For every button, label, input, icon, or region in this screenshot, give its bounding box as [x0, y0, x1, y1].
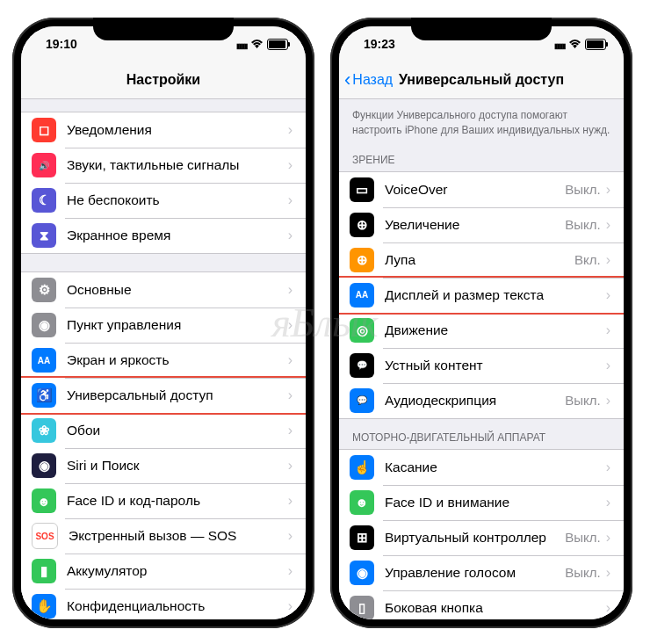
- settings-row[interactable]: ◉Управление голосомВыкл.›: [339, 555, 624, 590]
- row-icon: ☻: [32, 488, 56, 513]
- chevron-right-icon: ›: [288, 282, 292, 298]
- chevron-right-icon: ›: [288, 122, 292, 138]
- settings-row[interactable]: 🔊Звуки, тактильные сигналы›: [21, 148, 306, 183]
- row-icon: 💬: [350, 388, 374, 413]
- row-label: Экранное время: [67, 228, 288, 243]
- status-time: 19:10: [46, 37, 77, 51]
- settings-row[interactable]: ⊕ЛупаВкл.›: [339, 242, 624, 278]
- chevron-right-icon: ›: [288, 157, 292, 173]
- row-value: Выкл.: [565, 530, 600, 545]
- row-label: Управление голосом: [385, 565, 565, 581]
- row-icon: ⊞: [350, 525, 374, 550]
- battery-icon: [585, 39, 606, 50]
- settings-row[interactable]: ▮Аккумулятор›: [21, 554, 306, 589]
- row-icon: ❀: [32, 418, 56, 443]
- settings-row[interactable]: ⧗Экранное время›: [21, 218, 306, 253]
- back-label: Назад: [352, 72, 393, 88]
- settings-list[interactable]: ◻Уведомления›🔊Звуки, тактильные сигналы›…: [21, 99, 306, 619]
- settings-row[interactable]: ☻Face ID и код-пароль›: [21, 483, 306, 518]
- screen-left: 19:10 Настройки ◻Уведомления›🔊Звуки, так…: [21, 26, 306, 619]
- accessibility-list[interactable]: Функции Универсального доступа помогают …: [339, 99, 624, 619]
- row-icon: ✋: [32, 594, 56, 619]
- row-icon: ⊕: [350, 213, 374, 237]
- row-icon: ☻: [350, 490, 374, 515]
- row-icon: ⚙: [32, 278, 56, 302]
- settings-group: ☝Касание›☻Face ID и внимание›⊞Виртуальны…: [339, 449, 624, 619]
- settings-row[interactable]: ❀Обои›: [21, 413, 306, 448]
- settings-row[interactable]: ⚙Основные›: [21, 272, 306, 308]
- settings-row[interactable]: 💬АудиодескрипцияВыкл.›: [339, 383, 624, 418]
- row-icon: ☝: [350, 455, 374, 480]
- back-button[interactable]: ‹ Назад: [344, 69, 393, 91]
- row-icon: ☾: [32, 188, 56, 213]
- row-label: Виртуальный контроллер: [385, 530, 565, 546]
- row-label: Аккумулятор: [67, 563, 288, 579]
- settings-row[interactable]: ✋Конфиденциальность›: [21, 589, 306, 619]
- chevron-right-icon: ›: [288, 228, 292, 243]
- settings-row[interactable]: ⊞Виртуальный контроллерВыкл.›: [339, 520, 624, 555]
- row-value: Выкл.: [565, 393, 600, 408]
- settings-row[interactable]: ◉Пункт управления›: [21, 308, 306, 343]
- chevron-right-icon: ›: [288, 493, 292, 509]
- row-label: Конфиденциальность: [67, 598, 288, 614]
- settings-row[interactable]: ◎Движение›: [339, 313, 624, 348]
- row-icon: ◎: [350, 318, 374, 343]
- settings-row[interactable]: ◉Siri и Поиск›: [21, 448, 306, 483]
- wifi-icon: [568, 37, 581, 51]
- row-label: Пункт управления: [67, 317, 288, 333]
- row-icon: ▭: [350, 177, 374, 202]
- row-label: Касание: [385, 459, 606, 475]
- settings-group: ⚙Основные›◉Пункт управления›AAЭкран и яр…: [21, 271, 306, 619]
- row-value: Вкл.: [574, 252, 601, 267]
- row-icon: ◉: [350, 561, 374, 585]
- row-label: Звуки, тактильные сигналы: [67, 157, 288, 173]
- row-icon: AA: [32, 348, 56, 373]
- chevron-right-icon: ›: [288, 563, 292, 579]
- settings-row[interactable]: AAЭкран и яркость›: [21, 343, 306, 378]
- battery-icon: [267, 39, 288, 50]
- settings-row[interactable]: ☻Face ID и внимание›: [339, 485, 624, 520]
- settings-row[interactable]: ▯Боковая кнопка›: [339, 590, 624, 619]
- row-label: Face ID и код-пароль: [67, 493, 288, 509]
- chevron-right-icon: ›: [288, 317, 292, 333]
- row-label: Экстренный вызов — SOS: [69, 528, 288, 544]
- settings-row[interactable]: AAДисплей и размер текста›: [339, 278, 624, 313]
- row-label: Аудиодескрипция: [385, 393, 565, 409]
- phone-left: 19:10 Настройки ◻Уведомления›🔊Звуки, так…: [12, 18, 314, 628]
- status-time: 19:23: [364, 37, 395, 51]
- row-icon: ♿: [32, 383, 56, 408]
- settings-row[interactable]: SOSЭкстренный вызов — SOS›: [21, 518, 306, 554]
- row-label: Основные: [67, 282, 288, 298]
- settings-row[interactable]: ▭VoiceOverВыкл.›: [339, 172, 624, 207]
- row-label: Face ID и внимание: [385, 495, 606, 510]
- row-label: Дисплей и размер текста: [385, 287, 606, 303]
- settings-row[interactable]: ◻Уведомления›: [21, 112, 306, 148]
- settings-row[interactable]: 💬Устный контент›: [339, 348, 624, 383]
- chevron-right-icon: ›: [606, 358, 610, 373]
- row-label: Siri и Поиск: [67, 458, 288, 474]
- chevron-right-icon: ›: [288, 423, 292, 438]
- wifi-icon: [250, 37, 264, 51]
- settings-row[interactable]: ☾Не беспокоить›: [21, 183, 306, 218]
- settings-row[interactable]: ⊕УвеличениеВыкл.›: [339, 207, 624, 242]
- row-label: Уведомления: [67, 122, 288, 138]
- row-value: Выкл.: [565, 182, 600, 197]
- settings-group: ▭VoiceOverВыкл.›⊕УвеличениеВыкл.›⊕ЛупаВк…: [339, 171, 624, 419]
- row-icon: ◉: [32, 313, 56, 337]
- chevron-right-icon: ›: [288, 598, 292, 614]
- chevron-right-icon: ›: [606, 495, 610, 510]
- chevron-right-icon: ›: [606, 322, 610, 338]
- phone-right: 19:23 ‹ Назад Универсальный доступ Функц…: [330, 18, 632, 628]
- page-title: Настройки: [126, 72, 200, 88]
- chevron-right-icon: ›: [288, 352, 292, 368]
- row-label: Движение: [385, 322, 606, 338]
- signal-icon: [236, 37, 247, 51]
- row-label: VoiceOver: [385, 182, 565, 198]
- settings-row[interactable]: ♿Универсальный доступ›: [21, 378, 306, 413]
- chevron-right-icon: ›: [606, 565, 610, 581]
- settings-row[interactable]: ☝Касание›: [339, 450, 624, 485]
- chevron-right-icon: ›: [606, 287, 610, 303]
- status-indicators: [236, 37, 288, 51]
- screen-right: 19:23 ‹ Назад Универсальный доступ Функц…: [339, 26, 624, 619]
- chevron-right-icon: ›: [606, 600, 610, 616]
